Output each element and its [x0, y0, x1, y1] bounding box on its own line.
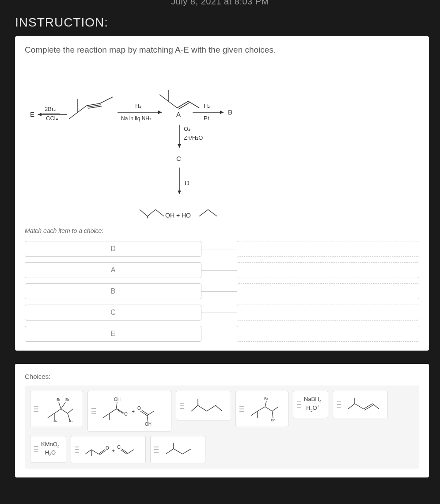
match-row: C: [25, 305, 419, 321]
match-row: B: [25, 283, 419, 299]
svg-line-81: [265, 407, 272, 411]
drop-target[interactable]: [237, 283, 419, 299]
svg-line-59: [110, 409, 116, 413]
svg-text:OH + HO: OH + HO: [165, 212, 191, 218]
svg-text:CCl₄: CCl₄: [46, 115, 58, 122]
svg-line-82: [272, 407, 278, 411]
drag-handle-icon: [154, 447, 159, 453]
svg-line-68: [147, 416, 148, 422]
choices-heading: Choices:: [25, 373, 419, 380]
svg-line-90: [372, 404, 379, 409]
svg-text:Na in liq NH₃: Na in liq NH₃: [121, 115, 152, 122]
svg-text:O: O: [137, 406, 141, 411]
match-item[interactable]: A: [25, 262, 201, 278]
choice-dibromo[interactable]: Br Br: [235, 391, 288, 427]
svg-line-6: [100, 97, 113, 103]
svg-line-62: [118, 409, 124, 413]
choice-alkene-branched[interactable]: [333, 391, 388, 418]
drop-target[interactable]: [237, 262, 419, 278]
svg-line-22: [188, 101, 199, 108]
match-row: E: [25, 326, 419, 342]
drop-target[interactable]: [237, 326, 419, 342]
choice-structure: [344, 396, 381, 413]
svg-line-43: [208, 210, 217, 216]
reaction-diagram: E 2Br₂ CCl₄ H₂ Na in liq NH₃ A H₂: [25, 64, 290, 218]
drag-handle-icon: [239, 406, 244, 412]
match-item[interactable]: D: [25, 241, 201, 257]
svg-text:OH: OH: [114, 397, 121, 402]
svg-line-51: [68, 409, 73, 413]
instruction-heading: INSTRUCTION:: [15, 15, 440, 30]
svg-line-75: [216, 405, 222, 411]
drag-handle-icon: [34, 406, 38, 412]
question-panel: Complete the reaction map by matching A-…: [15, 36, 429, 351]
svg-line-85: [348, 404, 355, 409]
svg-text:H₂: H₂: [135, 103, 141, 109]
svg-text:Br: Br: [69, 420, 73, 422]
connector-line: [201, 270, 237, 271]
svg-marker-14: [158, 111, 162, 114]
svg-text:Br: Br: [53, 420, 57, 422]
svg-marker-8: [38, 113, 42, 116]
choice-structure: [161, 441, 199, 458]
svg-text:O: O: [124, 412, 128, 416]
date-text: July 8, 2021 at 8:03 PM: [0, 0, 440, 7]
question-text: Complete the reaction map by matching A-…: [25, 45, 419, 55]
choice-structure: Br Br: [247, 396, 282, 422]
svg-text:E: E: [30, 111, 34, 118]
svg-marker-35: [178, 191, 181, 194]
choice-structure: Br Br Br Br: [41, 396, 76, 422]
svg-line-104: [174, 449, 182, 454]
svg-marker-30: [178, 144, 181, 148]
svg-line-79: [258, 407, 265, 411]
svg-text:H₂: H₂: [204, 103, 210, 109]
svg-line-105: [182, 449, 191, 454]
svg-line-73: [198, 405, 207, 411]
drag-handle-icon: [75, 447, 79, 453]
svg-line-37: [140, 210, 148, 216]
svg-line-50: [68, 413, 70, 420]
drag-handle-icon: [91, 408, 96, 414]
svg-line-83: [272, 411, 273, 418]
match-rows: D A B C E: [25, 241, 419, 342]
choice-tetrabromo[interactable]: Br Br Br Br: [30, 391, 83, 427]
svg-line-67: [147, 411, 154, 416]
svg-line-57: [103, 413, 110, 418]
svg-text:+: +: [132, 409, 135, 415]
svg-text:A: A: [176, 111, 181, 118]
match-item[interactable]: E: [25, 326, 201, 342]
svg-text:C: C: [176, 155, 181, 162]
svg-text:Br: Br: [271, 418, 275, 422]
drop-target[interactable]: [237, 305, 419, 321]
svg-text:+: +: [112, 448, 115, 454]
choice-kmno4[interactable]: KMnO4H2O: [30, 436, 66, 463]
svg-text:Zn/H₂O: Zn/H₂O: [184, 134, 203, 141]
match-item[interactable]: C: [25, 305, 201, 321]
svg-text:Pt: Pt: [204, 115, 209, 122]
drag-handle-icon: [34, 446, 38, 452]
match-item[interactable]: B: [25, 283, 201, 299]
svg-text:D: D: [185, 179, 190, 187]
svg-line-49: [61, 402, 65, 409]
drop-target[interactable]: [237, 241, 419, 257]
svg-line-102: [166, 449, 174, 454]
choice-structure: O + O: [82, 441, 139, 458]
choice-structure: OH O + O OH: [99, 396, 165, 427]
choice-isopentane[interactable]: [150, 436, 205, 463]
svg-line-91: [85, 450, 91, 454]
connector-line: [201, 313, 237, 313]
svg-line-46: [54, 409, 61, 413]
match-instruction: Match each item to a choice:: [25, 227, 419, 234]
choice-aldehyde-pair[interactable]: O + O: [71, 436, 146, 463]
svg-line-2: [78, 106, 87, 112]
choice-reagent-text: NaBH4H3O+: [304, 396, 322, 413]
choice-nabh4[interactable]: NaBH4H3O+: [293, 391, 328, 418]
svg-line-39: [148, 210, 156, 216]
svg-marker-25: [220, 111, 224, 114]
choice-carboxylic-pair[interactable]: OH O + O OH: [87, 391, 171, 431]
choice-structure: [187, 396, 224, 416]
choice-branched-alkane[interactable]: [176, 391, 231, 420]
svg-line-100: [127, 450, 134, 454]
svg-line-44: [48, 413, 54, 418]
svg-text:O₃: O₃: [184, 126, 190, 132]
